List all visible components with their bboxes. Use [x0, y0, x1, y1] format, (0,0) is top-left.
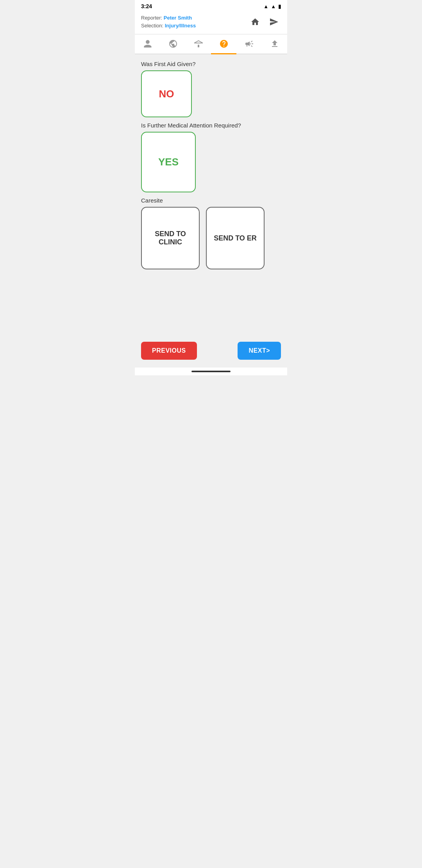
send-to-er-button[interactable]: SEND TO ER: [206, 207, 265, 269]
nav-tabs: [135, 34, 287, 54]
selection-label: Selection:: [141, 23, 163, 29]
status-icons: ▲ ▲ ▮: [263, 4, 281, 9]
submit-button[interactable]: [267, 15, 281, 29]
reporter-label: Reporter:: [141, 15, 162, 21]
signal-icon: ▲: [263, 4, 268, 9]
status-time: 3:24: [141, 3, 152, 9]
header-icons: [248, 15, 281, 29]
caresite-section: Caresite SEND TO CLINIC SEND TO ER: [141, 197, 281, 269]
tab-globe[interactable]: [160, 34, 186, 54]
caresite-label: Caresite: [141, 197, 281, 204]
medical-attention-section: Is Further Medical Attention Required? Y…: [141, 122, 281, 192]
selection-value: Injury/Illness: [165, 23, 196, 29]
header: Reporter: Peter Smith Selection: Injury/…: [135, 11, 287, 34]
medical-attention-question: Is Further Medical Attention Required?: [141, 122, 281, 129]
tab-worker[interactable]: [186, 34, 211, 54]
previous-button[interactable]: PREVIOUS: [141, 342, 197, 360]
header-info: Reporter: Peter Smith Selection: Injury/…: [141, 14, 196, 29]
tab-person[interactable]: [135, 34, 160, 54]
first-aid-no-button[interactable]: NO: [141, 70, 192, 117]
home-bar: [191, 371, 231, 372]
status-bar: 3:24 ▲ ▲ ▮: [135, 0, 287, 11]
first-aid-section: Was First Aid Given? NO: [141, 61, 281, 117]
reporter-name: Peter Smith: [164, 15, 192, 21]
send-to-clinic-button[interactable]: SEND TO CLINIC: [141, 207, 200, 269]
medical-attention-yes-button[interactable]: YES: [141, 132, 196, 192]
battery-icon: ▮: [278, 4, 281, 9]
next-button[interactable]: NEXT>: [238, 342, 281, 360]
first-aid-question: Was First Aid Given?: [141, 61, 281, 67]
tab-upload[interactable]: [262, 34, 287, 54]
tab-question[interactable]: [211, 34, 236, 54]
main-content: Was First Aid Given? NO Is Further Medic…: [135, 54, 287, 337]
wifi-icon: ▲: [271, 4, 276, 9]
bottom-nav: PREVIOUS NEXT>: [135, 337, 287, 368]
tab-megaphone[interactable]: [236, 34, 262, 54]
home-indicator: [135, 368, 287, 375]
home-button[interactable]: [248, 15, 262, 29]
